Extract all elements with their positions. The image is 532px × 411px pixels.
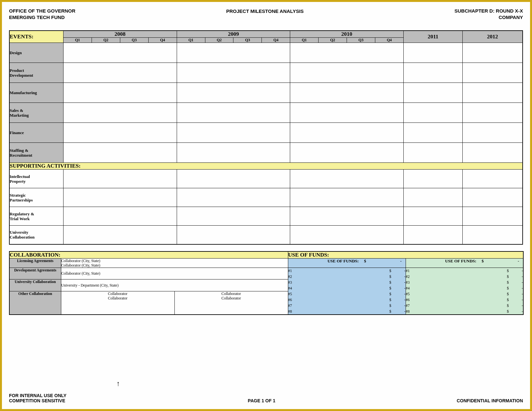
cell — [403, 226, 462, 244]
cell — [463, 170, 523, 188]
company: COMPANY — [454, 14, 523, 21]
cell — [63, 188, 177, 207]
cell — [403, 188, 462, 207]
cell — [177, 143, 290, 163]
cell — [463, 207, 523, 226]
year-2011: 2011 — [403, 31, 462, 43]
collab-dev-value: Collaborator (City, State) — [61, 268, 288, 279]
events-title: EVENTS: — [9, 31, 63, 43]
org-line-1: OFFICE OF THE GOVERNOR — [9, 8, 75, 14]
collab-univ-label: University Collaboration — [9, 279, 61, 291]
cell — [463, 123, 523, 143]
collab-licensing-label: Licensing Agreements — [9, 258, 61, 268]
cell — [403, 43, 462, 63]
fund-line: #5$- — [406, 291, 523, 297]
q4-2009: Q4 — [262, 38, 290, 43]
year-2010: 2010 — [290, 31, 404, 38]
row-design: Design — [9, 43, 63, 63]
header-center: PROJECT MILESTONE ANALYSIS — [226, 8, 304, 14]
cell — [403, 103, 462, 123]
year-2012: 2012 — [463, 31, 523, 43]
cell — [63, 43, 177, 63]
cell — [403, 170, 462, 188]
q2-2009: Q2 — [205, 38, 233, 43]
fund-line: #1$- — [406, 268, 523, 274]
cell — [290, 43, 404, 63]
fund-line: #7$- — [288, 303, 406, 308]
q1-2009: Q1 — [177, 38, 205, 43]
collab-other-label: Other Collaboration — [9, 291, 61, 314]
cell — [177, 103, 290, 123]
cell — [63, 83, 177, 103]
q3-2009: Q3 — [233, 38, 262, 43]
cell — [290, 103, 404, 123]
fund-line: #3$- — [406, 279, 523, 285]
q4-2008: Q4 — [148, 38, 177, 43]
collab-other-col1: Collaborator Collaborator — [61, 291, 174, 314]
cell — [63, 226, 177, 244]
header-left: OFFICE OF THE GOVERNOR EMERGING TECH FUN… — [9, 8, 75, 21]
subchapter: SUBCHAPTER D: ROUND X-X — [454, 8, 523, 14]
cell — [63, 143, 177, 163]
page-header: OFFICE OF THE GOVERNOR EMERGING TECH FUN… — [9, 8, 523, 21]
cell — [463, 63, 523, 83]
cell — [290, 226, 404, 244]
cell — [463, 188, 523, 207]
q3-2010: Q3 — [347, 38, 375, 43]
cell — [177, 207, 290, 226]
collab-dev-label: Development Agreements — [9, 268, 61, 279]
cell — [177, 188, 290, 207]
cell — [290, 207, 404, 226]
cell — [177, 63, 290, 83]
fund-line: #7$- — [406, 303, 523, 308]
cell — [63, 123, 177, 143]
cell — [63, 63, 177, 83]
fund-line: #8$- — [406, 308, 523, 314]
footer-right: CONFIDENTIAL INFORMATION — [457, 398, 523, 403]
fund-line: #8$- — [288, 308, 406, 314]
fund-line: #6$- — [406, 297, 523, 303]
cell — [63, 207, 177, 226]
cell — [290, 63, 404, 83]
funds-title: USE OF FUNDS: — [288, 251, 523, 259]
cell — [63, 103, 177, 123]
fund-line: #5$- — [288, 291, 406, 297]
collab-title: COLLABORATION: — [9, 251, 288, 259]
row-univ-collab: UniversityCollaboration — [9, 226, 63, 244]
fund-line: #2$- — [288, 274, 406, 279]
cell — [403, 207, 462, 226]
q1-2010: Q1 — [290, 38, 319, 43]
header-right: SUBCHAPTER D: ROUND X-X COMPANY — [454, 8, 523, 21]
cell — [177, 226, 290, 244]
fund-line: #4$- — [406, 285, 523, 291]
funds-blue-header: USE OF FUNDS: $ - — [288, 258, 406, 268]
q3-2008: Q3 — [120, 38, 148, 43]
collab-other-col2: Collaborator Collaborator — [174, 291, 288, 314]
cell — [463, 143, 523, 163]
cell — [177, 83, 290, 103]
row-finance: Finance — [9, 123, 63, 143]
row-regulatory: Regulatory &Trial Work — [9, 207, 63, 226]
cell — [290, 123, 404, 143]
cell — [290, 83, 404, 103]
cell — [290, 188, 404, 207]
q1-2008: Q1 — [63, 38, 92, 43]
cell — [63, 170, 177, 188]
events-table: EVENTS: 2008 2009 2010 2011 2012 Q1 Q2 Q… — [9, 30, 523, 245]
page-footer: FOR INTERNAL USE ONLY COMPETITION SENSIT… — [9, 393, 523, 403]
fund-line: #1$- — [288, 268, 406, 274]
cell — [290, 170, 404, 188]
bottom-table: COLLABORATION: USE OF FUNDS: Licensing A… — [9, 251, 524, 315]
cell — [403, 123, 462, 143]
q2-2010: Q2 — [319, 38, 347, 43]
q2-2008: Q2 — [92, 38, 120, 43]
collab-licensing-value: Collaborator (City, State) Collaborator … — [61, 258, 288, 268]
cell — [177, 123, 290, 143]
collab-univ-value: University - Department (City, State) — [61, 279, 288, 291]
cell — [403, 63, 462, 83]
cell — [177, 43, 290, 63]
funds-green-list: #1$-#2$-#3$-#4$-#5$-#6$-#7$-#8$- — [406, 268, 523, 315]
fund-line: #3$- — [288, 279, 406, 285]
footer-center: PAGE 1 OF 1 — [66, 398, 457, 403]
q4-2010: Q4 — [375, 38, 403, 43]
